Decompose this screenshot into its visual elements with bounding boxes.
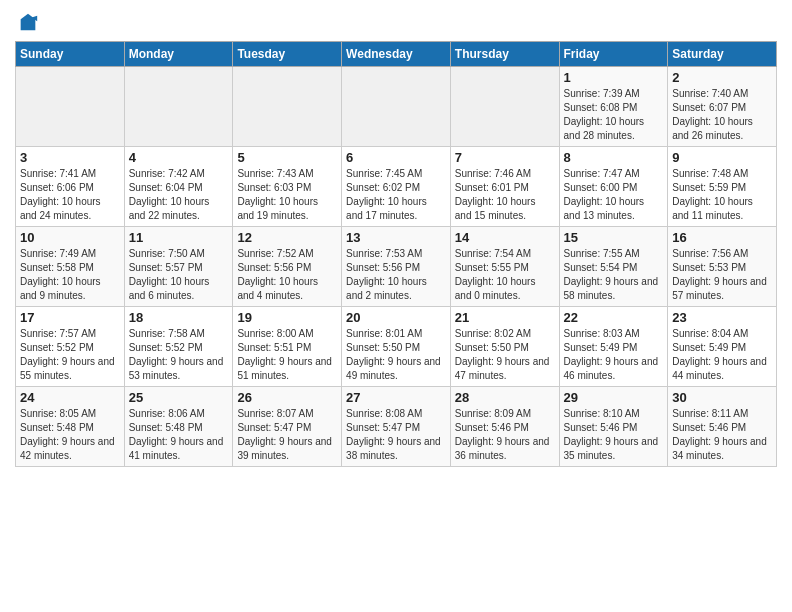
calendar-cell: 9Sunrise: 7:48 AMSunset: 5:59 PMDaylight… — [668, 146, 777, 226]
calendar-cell: 29Sunrise: 8:10 AMSunset: 5:46 PMDayligh… — [559, 386, 668, 466]
calendar-cell: 28Sunrise: 8:09 AMSunset: 5:46 PMDayligh… — [450, 386, 559, 466]
day-number: 30 — [672, 390, 772, 405]
calendar-cell: 6Sunrise: 7:45 AMSunset: 6:02 PMDaylight… — [342, 146, 451, 226]
day-info: Sunrise: 7:50 AMSunset: 5:57 PMDaylight:… — [129, 247, 229, 303]
day-number: 16 — [672, 230, 772, 245]
day-number: 27 — [346, 390, 446, 405]
calendar-cell: 23Sunrise: 8:04 AMSunset: 5:49 PMDayligh… — [668, 306, 777, 386]
day-info: Sunrise: 8:09 AMSunset: 5:46 PMDaylight:… — [455, 407, 555, 463]
day-number: 11 — [129, 230, 229, 245]
calendar-cell: 30Sunrise: 8:11 AMSunset: 5:46 PMDayligh… — [668, 386, 777, 466]
day-number: 9 — [672, 150, 772, 165]
day-number: 14 — [455, 230, 555, 245]
day-header-monday: Monday — [124, 41, 233, 66]
day-number: 13 — [346, 230, 446, 245]
day-header-thursday: Thursday — [450, 41, 559, 66]
day-info: Sunrise: 7:46 AMSunset: 6:01 PMDaylight:… — [455, 167, 555, 223]
calendar-cell: 27Sunrise: 8:08 AMSunset: 5:47 PMDayligh… — [342, 386, 451, 466]
calendar-week-5: 24Sunrise: 8:05 AMSunset: 5:48 PMDayligh… — [16, 386, 777, 466]
logo-text — [15, 14, 39, 39]
calendar-cell — [342, 66, 451, 146]
calendar-cell: 12Sunrise: 7:52 AMSunset: 5:56 PMDayligh… — [233, 226, 342, 306]
day-number: 20 — [346, 310, 446, 325]
calendar-cell: 18Sunrise: 7:58 AMSunset: 5:52 PMDayligh… — [124, 306, 233, 386]
day-number: 23 — [672, 310, 772, 325]
page-container: SundayMondayTuesdayWednesdayThursdayFrid… — [0, 0, 792, 477]
day-info: Sunrise: 7:43 AMSunset: 6:03 PMDaylight:… — [237, 167, 337, 223]
logo-icon — [17, 12, 39, 34]
day-number: 21 — [455, 310, 555, 325]
calendar-cell — [450, 66, 559, 146]
header — [15, 10, 777, 39]
day-info: Sunrise: 7:47 AMSunset: 6:00 PMDaylight:… — [564, 167, 664, 223]
calendar-cell: 14Sunrise: 7:54 AMSunset: 5:55 PMDayligh… — [450, 226, 559, 306]
day-info: Sunrise: 8:03 AMSunset: 5:49 PMDaylight:… — [564, 327, 664, 383]
calendar-cell: 22Sunrise: 8:03 AMSunset: 5:49 PMDayligh… — [559, 306, 668, 386]
day-number: 18 — [129, 310, 229, 325]
day-number: 15 — [564, 230, 664, 245]
day-info: Sunrise: 7:56 AMSunset: 5:53 PMDaylight:… — [672, 247, 772, 303]
calendar-cell: 16Sunrise: 7:56 AMSunset: 5:53 PMDayligh… — [668, 226, 777, 306]
day-info: Sunrise: 7:55 AMSunset: 5:54 PMDaylight:… — [564, 247, 664, 303]
day-info: Sunrise: 8:07 AMSunset: 5:47 PMDaylight:… — [237, 407, 337, 463]
day-info: Sunrise: 7:39 AMSunset: 6:08 PMDaylight:… — [564, 87, 664, 143]
calendar-cell: 11Sunrise: 7:50 AMSunset: 5:57 PMDayligh… — [124, 226, 233, 306]
day-info: Sunrise: 7:42 AMSunset: 6:04 PMDaylight:… — [129, 167, 229, 223]
calendar-week-1: 1Sunrise: 7:39 AMSunset: 6:08 PMDaylight… — [16, 66, 777, 146]
calendar-cell: 2Sunrise: 7:40 AMSunset: 6:07 PMDaylight… — [668, 66, 777, 146]
day-info: Sunrise: 8:06 AMSunset: 5:48 PMDaylight:… — [129, 407, 229, 463]
day-number: 7 — [455, 150, 555, 165]
day-info: Sunrise: 8:00 AMSunset: 5:51 PMDaylight:… — [237, 327, 337, 383]
day-number: 4 — [129, 150, 229, 165]
day-number: 17 — [20, 310, 120, 325]
day-info: Sunrise: 7:49 AMSunset: 5:58 PMDaylight:… — [20, 247, 120, 303]
day-info: Sunrise: 7:53 AMSunset: 5:56 PMDaylight:… — [346, 247, 446, 303]
calendar-week-3: 10Sunrise: 7:49 AMSunset: 5:58 PMDayligh… — [16, 226, 777, 306]
calendar-table: SundayMondayTuesdayWednesdayThursdayFrid… — [15, 41, 777, 467]
day-info: Sunrise: 7:48 AMSunset: 5:59 PMDaylight:… — [672, 167, 772, 223]
day-number: 5 — [237, 150, 337, 165]
day-number: 8 — [564, 150, 664, 165]
calendar-cell: 17Sunrise: 7:57 AMSunset: 5:52 PMDayligh… — [16, 306, 125, 386]
calendar-cell: 4Sunrise: 7:42 AMSunset: 6:04 PMDaylight… — [124, 146, 233, 226]
day-info: Sunrise: 8:10 AMSunset: 5:46 PMDaylight:… — [564, 407, 664, 463]
day-info: Sunrise: 7:52 AMSunset: 5:56 PMDaylight:… — [237, 247, 337, 303]
day-info: Sunrise: 8:05 AMSunset: 5:48 PMDaylight:… — [20, 407, 120, 463]
calendar-cell — [233, 66, 342, 146]
day-number: 2 — [672, 70, 772, 85]
day-number: 1 — [564, 70, 664, 85]
calendar-cell — [16, 66, 125, 146]
calendar-cell: 7Sunrise: 7:46 AMSunset: 6:01 PMDaylight… — [450, 146, 559, 226]
day-info: Sunrise: 7:41 AMSunset: 6:06 PMDaylight:… — [20, 167, 120, 223]
calendar-cell: 20Sunrise: 8:01 AMSunset: 5:50 PMDayligh… — [342, 306, 451, 386]
day-number: 29 — [564, 390, 664, 405]
day-info: Sunrise: 7:45 AMSunset: 6:02 PMDaylight:… — [346, 167, 446, 223]
day-number: 6 — [346, 150, 446, 165]
calendar-cell — [124, 66, 233, 146]
day-header-friday: Friday — [559, 41, 668, 66]
day-number: 10 — [20, 230, 120, 245]
day-info: Sunrise: 8:02 AMSunset: 5:50 PMDaylight:… — [455, 327, 555, 383]
calendar-cell: 25Sunrise: 8:06 AMSunset: 5:48 PMDayligh… — [124, 386, 233, 466]
calendar-cell: 24Sunrise: 8:05 AMSunset: 5:48 PMDayligh… — [16, 386, 125, 466]
logo — [15, 14, 39, 39]
day-header-tuesday: Tuesday — [233, 41, 342, 66]
calendar-cell: 1Sunrise: 7:39 AMSunset: 6:08 PMDaylight… — [559, 66, 668, 146]
calendar-cell: 21Sunrise: 8:02 AMSunset: 5:50 PMDayligh… — [450, 306, 559, 386]
calendar-week-2: 3Sunrise: 7:41 AMSunset: 6:06 PMDaylight… — [16, 146, 777, 226]
calendar-cell: 5Sunrise: 7:43 AMSunset: 6:03 PMDaylight… — [233, 146, 342, 226]
day-info: Sunrise: 8:08 AMSunset: 5:47 PMDaylight:… — [346, 407, 446, 463]
calendar-cell: 3Sunrise: 7:41 AMSunset: 6:06 PMDaylight… — [16, 146, 125, 226]
day-number: 12 — [237, 230, 337, 245]
day-info: Sunrise: 7:54 AMSunset: 5:55 PMDaylight:… — [455, 247, 555, 303]
calendar-cell: 15Sunrise: 7:55 AMSunset: 5:54 PMDayligh… — [559, 226, 668, 306]
calendar-cell: 13Sunrise: 7:53 AMSunset: 5:56 PMDayligh… — [342, 226, 451, 306]
calendar-cell: 26Sunrise: 8:07 AMSunset: 5:47 PMDayligh… — [233, 386, 342, 466]
day-info: Sunrise: 7:58 AMSunset: 5:52 PMDaylight:… — [129, 327, 229, 383]
day-header-sunday: Sunday — [16, 41, 125, 66]
day-number: 26 — [237, 390, 337, 405]
calendar-header-row: SundayMondayTuesdayWednesdayThursdayFrid… — [16, 41, 777, 66]
calendar-week-4: 17Sunrise: 7:57 AMSunset: 5:52 PMDayligh… — [16, 306, 777, 386]
day-info: Sunrise: 7:57 AMSunset: 5:52 PMDaylight:… — [20, 327, 120, 383]
day-info: Sunrise: 8:01 AMSunset: 5:50 PMDaylight:… — [346, 327, 446, 383]
